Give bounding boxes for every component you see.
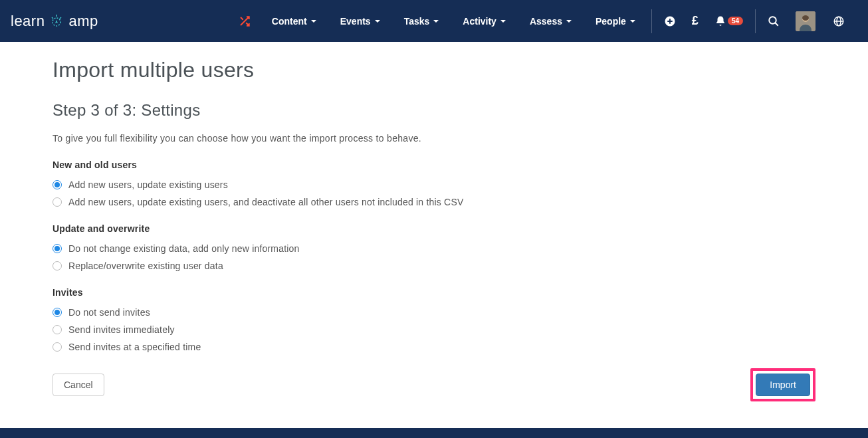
nav-activity[interactable]: Activity <box>451 0 518 42</box>
top-navbar: learn amp Content Events Tasks <box>0 0 868 42</box>
search-icon <box>768 15 780 27</box>
main-nav: Content Events Tasks Activity Assess Peo… <box>260 0 647 42</box>
lightbulb-icon <box>47 12 66 31</box>
radio-input[interactable] <box>53 261 62 271</box>
radio-input[interactable] <box>53 308 62 317</box>
radio-group-update: Do not change existing data, add only ne… <box>53 243 815 271</box>
chevron-down-icon <box>375 20 380 23</box>
radio-input[interactable] <box>53 197 62 207</box>
description: To give you full flexibility you can cho… <box>53 133 815 144</box>
nav-people[interactable]: People <box>584 0 647 42</box>
nav-label: Content <box>272 16 307 27</box>
section-label-new-old: New and old users <box>53 160 815 170</box>
svg-point-5 <box>769 17 776 24</box>
svg-line-2 <box>52 17 53 19</box>
radio-label: Add new users, update existing users <box>68 179 228 190</box>
import-button[interactable]: Import <box>756 374 810 396</box>
radio-input[interactable] <box>53 342 62 352</box>
chevron-down-icon <box>433 20 439 23</box>
page-title: Import multiple users <box>53 58 815 82</box>
radio-label: Replace/overwrite existing user data <box>68 261 223 271</box>
radio-option[interactable]: Send invites at a specified time <box>53 342 815 352</box>
divider <box>755 9 756 33</box>
svg-line-6 <box>775 23 778 26</box>
action-row: Cancel Import <box>53 368 815 401</box>
radio-option[interactable]: Do not send invites <box>53 307 815 318</box>
pound-icon: £ <box>692 14 699 28</box>
chevron-down-icon <box>630 20 635 23</box>
language-button[interactable] <box>823 15 857 27</box>
globe-icon <box>833 15 845 27</box>
radio-option[interactable]: Add new users, update existing users, an… <box>53 197 815 207</box>
import-highlight: Import <box>750 368 815 401</box>
radio-input[interactable] <box>53 244 62 253</box>
radio-label: Do not change existing data, add only ne… <box>68 243 300 254</box>
nav-content[interactable]: Content <box>260 0 328 42</box>
radio-input[interactable] <box>53 325 62 334</box>
radio-option[interactable]: Send invites immediately <box>53 324 815 335</box>
radio-label: Do not send invites <box>68 307 150 318</box>
add-button[interactable] <box>656 0 684 42</box>
section-label-invites: Invites <box>53 287 815 298</box>
notifications-button[interactable]: 54 <box>706 0 751 42</box>
radio-label: Add new users, update existing users, an… <box>68 197 464 207</box>
notification-badge: 54 <box>728 17 743 25</box>
radio-group-new-old: Add new users, update existing users Add… <box>53 179 815 207</box>
nav-label: Events <box>340 16 371 27</box>
brand-logo[interactable]: learn amp <box>11 12 98 31</box>
main-content: Import multiple users Step 3 of 3: Setti… <box>53 42 815 428</box>
radio-option[interactable]: Replace/overwrite existing user data <box>53 261 815 271</box>
radio-label: Send invites at a specified time <box>68 342 201 352</box>
radio-label: Send invites immediately <box>68 324 175 335</box>
nav-label: People <box>596 16 626 27</box>
nav-label: Activity <box>463 16 496 27</box>
avatar <box>796 11 815 31</box>
nav-label: Tasks <box>404 16 430 27</box>
radio-option[interactable]: Add new users, update existing users <box>53 179 815 190</box>
bell-icon <box>714 15 726 27</box>
footer <box>0 428 868 438</box>
svg-point-9 <box>802 15 809 21</box>
nav-assess[interactable]: Assess <box>518 0 584 42</box>
radio-option[interactable]: Do not change existing data, add only ne… <box>53 243 815 254</box>
divider <box>651 9 652 33</box>
radio-group-invites: Do not send invites Send invites immedia… <box>53 307 815 352</box>
chevron-down-icon <box>566 20 572 23</box>
radio-input[interactable] <box>53 180 62 189</box>
cancel-button[interactable]: Cancel <box>53 374 104 396</box>
profile-button[interactable] <box>788 0 823 42</box>
logo-text-right: amp <box>68 13 98 30</box>
chevron-down-icon <box>500 20 506 23</box>
step-title: Step 3 of 3: Settings <box>53 101 815 120</box>
search-button[interactable] <box>760 0 788 42</box>
chevron-down-icon <box>311 20 316 23</box>
nav-tasks[interactable]: Tasks <box>392 0 451 42</box>
svg-line-3 <box>60 17 61 19</box>
nav-label: Assess <box>530 16 562 27</box>
currency-button[interactable]: £ <box>684 0 706 42</box>
nav-events[interactable]: Events <box>328 0 392 42</box>
logo-text-left: learn <box>11 13 45 30</box>
shuffle-icon[interactable] <box>229 15 260 27</box>
section-label-update: Update and overwrite <box>53 223 815 234</box>
